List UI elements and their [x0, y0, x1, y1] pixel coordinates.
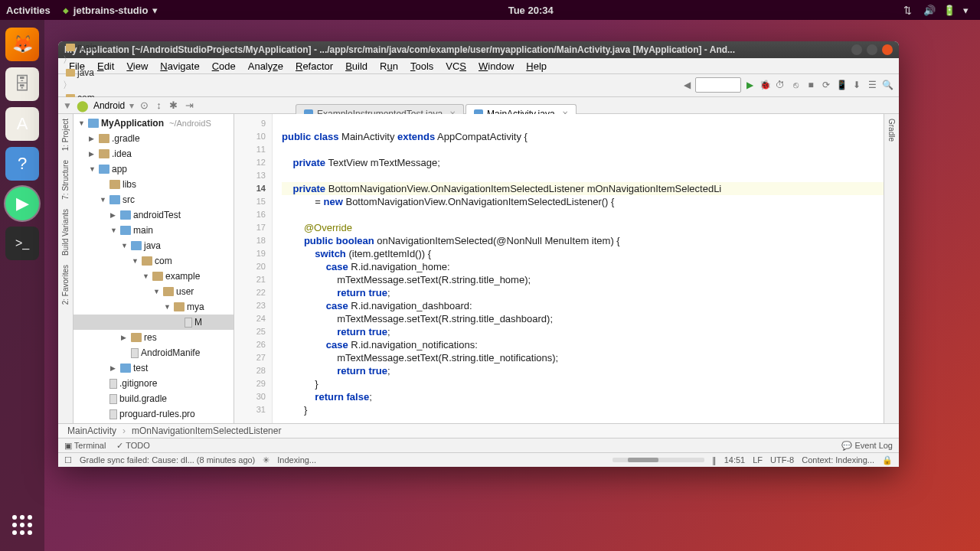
tool-gradle[interactable]: Gradle [887, 114, 896, 146]
tree-node[interactable]: ▼mya [74, 299, 234, 315]
profile-icon[interactable]: ⏱ [773, 78, 787, 92]
tab-todo[interactable]: ✓ TODO [116, 441, 149, 451]
close-button[interactable] [882, 44, 893, 55]
menu-window[interactable]: Window [472, 59, 520, 73]
run-icon[interactable]: ▶ [743, 78, 756, 92]
nav-back-icon[interactable]: ◀ [680, 78, 694, 92]
indexing-spinner-icon: ✳ [263, 455, 270, 465]
tool-structure[interactable]: 7: Structure [61, 155, 70, 204]
tree-node[interactable]: ▼java [74, 238, 234, 253]
launcher-files[interactable]: 🗄 [5, 67, 39, 101]
tree-node[interactable]: ▼user [74, 284, 234, 299]
power-icon[interactable]: ▾ [963, 5, 974, 15]
tree-node[interactable]: ▼main [74, 223, 234, 238]
tool-project[interactable]: 1: Project [61, 114, 70, 155]
network-icon[interactable]: ⇅ [903, 5, 914, 15]
tree-node[interactable]: ▶.gradle [74, 131, 234, 146]
cursor-position[interactable]: 14:51 [724, 455, 746, 465]
structure-icon[interactable]: ☰ [865, 78, 879, 92]
breadcrumb-item[interactable]: main [63, 41, 138, 54]
tree-node[interactable]: libs [74, 177, 234, 192]
navigation-bar: MyApplication 〉app 〉src 〉main 〉java 〉com… [58, 74, 899, 97]
tree-collapse-icon[interactable]: ▼ [63, 100, 72, 111]
menu-run[interactable]: Run [374, 59, 404, 73]
tree-node[interactable]: ▼src [74, 192, 234, 207]
sdk-icon[interactable]: ⬇ [850, 78, 864, 92]
menu-analyze[interactable]: Analyze [242, 59, 289, 73]
tree-root[interactable]: ▼ MyApplication ~/AndroidS [74, 116, 234, 131]
main-area: 1: Project 7: Structure Build Variants 2… [58, 114, 899, 423]
line-separator[interactable]: LF [753, 455, 763, 465]
sync-icon[interactable]: ⟳ [819, 78, 833, 92]
menu-build[interactable]: Build [339, 59, 374, 73]
menu-code[interactable]: Code [206, 59, 242, 73]
tree-node[interactable]: M [74, 315, 234, 330]
run-config-combo[interactable] [695, 77, 741, 93]
tree-node[interactable]: ▶test [74, 360, 234, 376]
status-bar: ☐ Gradle sync failed: Cause: dl... (8 mi… [58, 452, 899, 467]
lock-icon[interactable]: 🔒 [882, 455, 893, 465]
search-icon[interactable]: 🔍 [880, 78, 894, 92]
code-area[interactable]: public class MainActivity extends AppCom… [273, 114, 884, 423]
context-label: Context: Indexing... [802, 455, 874, 465]
menu-vcs[interactable]: VCS [439, 59, 472, 73]
encoding[interactable]: UTF-8 [770, 455, 794, 465]
system-top-panel: Activities jetbrains-studio ▾ Tue 20:34 … [0, 0, 980, 20]
tree-node[interactable]: .gitignore [74, 376, 234, 391]
launcher-firefox[interactable]: 🦊 [5, 28, 39, 61]
status-message: Gradle sync failed: Cause: dl... (8 minu… [80, 455, 255, 465]
menu-help[interactable]: Help [520, 59, 553, 73]
avd-icon[interactable]: 📱 [835, 78, 848, 92]
tab-terminal[interactable]: ▣ Terminal [64, 441, 106, 451]
tree-node[interactable]: AndroidManife [74, 345, 234, 360]
launcher-help[interactable]: ? [5, 147, 39, 181]
app-menu[interactable]: jetbrains-studio ▾ [63, 5, 158, 16]
progress-bar [612, 458, 704, 462]
code-editor[interactable]: 9101112131415161718192021222324252627282… [234, 114, 884, 423]
menu-navigate[interactable]: Navigate [154, 59, 205, 73]
left-tool-strip: 1: Project 7: Structure Build Variants 2… [58, 114, 74, 423]
tree-node[interactable]: ▶.idea [74, 146, 234, 161]
tree-node[interactable]: ▼example [74, 269, 234, 284]
stop-icon[interactable]: ■ [804, 78, 818, 92]
gutter[interactable]: 9101112131415161718192021222324252627282… [234, 114, 273, 423]
launcher-software[interactable]: A [5, 107, 39, 141]
ide-window: My Application [~/AndroidStudioProjects/… [58, 41, 899, 467]
tree-node[interactable]: build.gradle [74, 391, 234, 406]
tree-node[interactable]: ▶res [74, 330, 234, 345]
project-tree[interactable]: ▼ MyApplication ~/AndroidS ▶.gradle▶.ide… [74, 114, 234, 423]
attach-icon[interactable]: ⎋ [789, 78, 802, 92]
launcher-android-studio[interactable]: ▶ [5, 187, 39, 220]
show-apps-button[interactable] [5, 508, 39, 542]
launcher-terminal[interactable]: >_ [5, 227, 39, 260]
debug-icon[interactable]: 🐞 [758, 78, 772, 92]
code-breadcrumb[interactable]: MainActivity › mOnNavigationItemSelected… [58, 423, 899, 438]
window-title: My Application [~/AndroidStudioProjects/… [64, 44, 851, 55]
tab-event-log[interactable]: 💬 Event Log [841, 441, 893, 451]
android-icon: ⬤ [77, 99, 89, 112]
clock[interactable]: Tue 20:34 [158, 5, 903, 16]
tree-node[interactable]: ▼com [74, 253, 234, 269]
volume-icon[interactable]: 🔊 [923, 5, 934, 15]
minimize-button[interactable] [851, 44, 862, 55]
maximize-button[interactable] [867, 44, 877, 55]
dock: 🦊 🗄 A ? ▶ >_ [0, 20, 44, 551]
tree-node[interactable]: ▶androidTest [74, 207, 234, 223]
menu-tools[interactable]: Tools [404, 59, 439, 73]
breadcrumb-item[interactable]: java [63, 67, 138, 79]
project-view-label[interactable]: Android [93, 100, 125, 111]
hide-icon[interactable]: ⇥ [184, 99, 195, 111]
battery-icon[interactable]: 🔋 [943, 5, 954, 15]
collapse-icon[interactable]: ↕ [155, 99, 163, 111]
window-titlebar[interactable]: My Application [~/AndroidStudioProjects/… [58, 41, 899, 58]
tree-node[interactable]: proguard-rules.pro [74, 406, 234, 422]
settings-icon[interactable]: ✱ [168, 99, 179, 111]
pause-icon[interactable]: ‖ [712, 455, 717, 465]
tool-favorites[interactable]: 2: Favorites [61, 260, 70, 309]
right-tool-strip: Gradle [884, 114, 899, 423]
menu-refactor[interactable]: Refactor [289, 59, 339, 73]
tree-node[interactable]: ▼app [74, 161, 234, 177]
activities-button[interactable]: Activities [6, 5, 51, 16]
flatten-icon[interactable]: ⊙ [139, 99, 150, 111]
tool-build-variants[interactable]: Build Variants [61, 204, 70, 260]
